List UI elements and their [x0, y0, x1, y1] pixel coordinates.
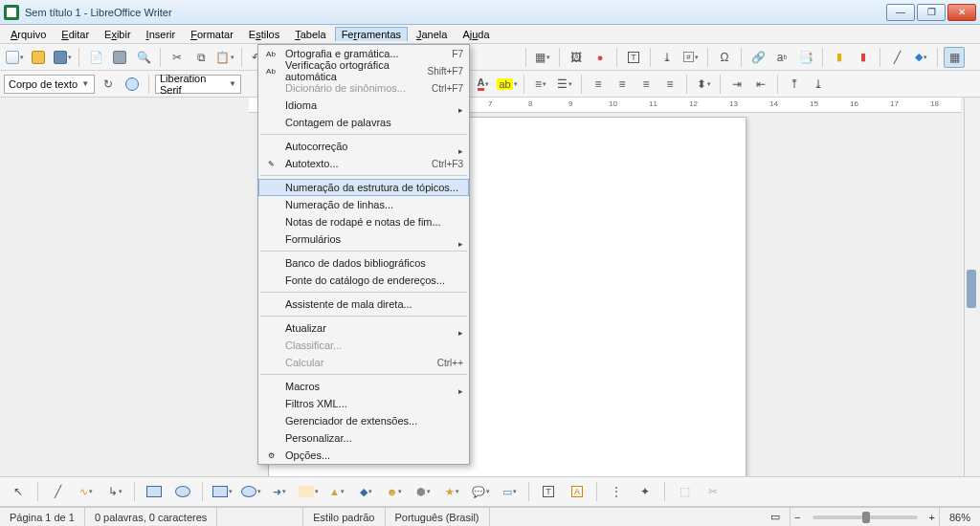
- callout-tool[interactable]: ▲: [324, 480, 349, 503]
- status-lang[interactable]: Português (Brasil): [386, 508, 490, 526]
- copy-button[interactable]: ⧉: [190, 47, 212, 68]
- print-preview-button[interactable]: 🔍: [133, 47, 154, 68]
- textbox-button[interactable]: T: [623, 47, 644, 68]
- new-style-button[interactable]: [122, 74, 143, 95]
- menu-item[interactable]: ✎Autotexto...Ctrl+F3: [258, 155, 469, 172]
- status-view-icon[interactable]: ▭: [761, 508, 791, 526]
- menu-item[interactable]: Idioma: [258, 97, 469, 114]
- paste-button[interactable]: 📋: [214, 47, 235, 68]
- flowchart-tool[interactable]: [296, 480, 321, 503]
- field-button[interactable]: #: [680, 47, 702, 68]
- menu-item[interactable]: Notas de rodapé e notas de fim...: [258, 213, 469, 230]
- print-button[interactable]: [109, 47, 130, 68]
- ellipse-tool[interactable]: [170, 480, 195, 503]
- track-changes-button[interactable]: ▮: [853, 47, 874, 68]
- footnote-button[interactable]: ab: [771, 47, 792, 68]
- line-button[interactable]: ╱: [886, 47, 907, 68]
- paragraph-style-combo[interactable]: Corpo de texto▼: [4, 75, 95, 94]
- comment-button[interactable]: ▮: [829, 47, 850, 68]
- fontwork-tool[interactable]: A: [565, 480, 590, 503]
- menu-item[interactable]: Personalizar...: [258, 429, 469, 447]
- curve-tool[interactable]: ∿: [74, 480, 99, 503]
- menu-item[interactable]: Autocorreção: [258, 138, 469, 155]
- align-right-button[interactable]: ≡: [635, 74, 657, 95]
- menu-item[interactable]: Gerenciador de extensões...: [258, 412, 469, 429]
- para-top-button[interactable]: ⤒: [784, 74, 805, 95]
- status-style[interactable]: Estilo padrão: [303, 508, 385, 526]
- rectangle-tool[interactable]: [142, 480, 167, 503]
- bullets-button[interactable]: ≡: [530, 74, 551, 95]
- zoom-slider[interactable]: [813, 515, 918, 519]
- menu-item[interactable]: ⚙Opções...: [258, 447, 469, 464]
- line-spacing-button[interactable]: ⬍: [693, 74, 714, 95]
- smiley-tool[interactable]: ☻: [382, 480, 407, 503]
- align-center-button[interactable]: ≡: [612, 74, 633, 95]
- crop-tool[interactable]: ✂: [701, 480, 725, 503]
- menu-item[interactable]: Formulários: [258, 230, 469, 248]
- special-char-button[interactable]: Ω: [714, 47, 735, 68]
- align-justify-button[interactable]: ≡: [659, 74, 680, 95]
- font-name-combo[interactable]: Liberation Serif▼: [155, 75, 241, 94]
- zoom-in-button[interactable]: +: [925, 512, 939, 523]
- table-button[interactable]: ▦: [532, 47, 553, 68]
- close-button[interactable]: ✕: [947, 4, 976, 21]
- export-pdf-button[interactable]: 📄: [85, 47, 106, 68]
- menu-item[interactable]: Filtros XML...: [258, 395, 469, 412]
- line-tool[interactable]: ╱: [45, 480, 70, 503]
- new-doc-button[interactable]: [4, 47, 25, 68]
- menu-ajuda[interactable]: Ajuda: [456, 27, 496, 42]
- menu-ferramentas[interactable]: Ferramentas: [335, 27, 408, 41]
- speech-tool[interactable]: 💬: [468, 480, 493, 503]
- star-shapes-tool[interactable]: ★: [439, 480, 464, 503]
- menu-item[interactable]: Banco de dados bibliográficos: [258, 254, 469, 272]
- menu-inserir[interactable]: Inserir: [140, 27, 183, 42]
- menu-item[interactable]: Numeração da estrutura de tópicos...: [258, 179, 469, 196]
- connector-tool[interactable]: ↳: [102, 480, 127, 503]
- decrease-indent-button[interactable]: ⇤: [750, 74, 771, 95]
- open-button[interactable]: [28, 47, 49, 68]
- status-page[interactable]: Página 1 de 1: [0, 508, 85, 526]
- menu-item[interactable]: Atualizar: [258, 319, 469, 337]
- menu-estilos[interactable]: Estilos: [242, 27, 286, 42]
- align-left-button[interactable]: ≡: [588, 74, 609, 95]
- para-bottom-button[interactable]: ⤓: [808, 74, 829, 95]
- status-words[interactable]: 0 palavras, 0 caracteres: [85, 508, 217, 526]
- glue-tool[interactable]: ✦: [633, 480, 657, 503]
- menu-janela[interactable]: Janela: [410, 27, 454, 42]
- chart-button[interactable]: ●: [590, 47, 611, 68]
- menu-editar[interactable]: Editar: [55, 27, 96, 42]
- cut-button[interactable]: ✂: [167, 47, 188, 68]
- menu-item[interactable]: Fonte do catálogo de endereços...: [258, 272, 469, 289]
- menu-item[interactable]: Assistente de mala direta...: [258, 296, 469, 313]
- symbol-shapes-tool[interactable]: [238, 480, 263, 503]
- highlight-button[interactable]: ab: [497, 74, 518, 95]
- points-tool[interactable]: ⋮: [604, 480, 629, 503]
- select-tool[interactable]: ↖: [6, 480, 31, 503]
- menu-tabela[interactable]: Tabela: [288, 27, 332, 42]
- grid-view-button[interactable]: ▦: [944, 47, 965, 68]
- shapes-button[interactable]: ◆: [910, 47, 931, 68]
- update-style-button[interactable]: ↻: [98, 74, 119, 95]
- extrusion-tool[interactable]: ⬚: [672, 480, 697, 503]
- increase-indent-button[interactable]: ⇥: [726, 74, 747, 95]
- image-button[interactable]: 🖼: [566, 47, 587, 68]
- zoom-value[interactable]: 86%: [939, 508, 980, 526]
- page-break-button[interactable]: ⤓: [657, 47, 678, 68]
- zoom-out-button[interactable]: −: [791, 508, 804, 526]
- menu-item[interactable]: AbVerificação ortográfica automáticaShif…: [258, 62, 469, 79]
- numbering-button[interactable]: ☰: [554, 74, 575, 95]
- menu-exibir[interactable]: Exibir: [98, 27, 138, 42]
- star-tool[interactable]: ◆: [353, 480, 378, 503]
- 3d-tool[interactable]: ⬢: [411, 480, 435, 503]
- basic-shapes-tool[interactable]: [210, 480, 234, 503]
- font-color-button[interactable]: A: [473, 74, 494, 95]
- textbox-tool[interactable]: T: [536, 480, 561, 503]
- vertical-scrollbar[interactable]: [964, 98, 978, 476]
- maximize-button[interactable]: ❐: [917, 4, 946, 21]
- hyperlink-button[interactable]: 🔗: [747, 47, 768, 68]
- menu-item[interactable]: Macros: [258, 378, 469, 395]
- menu-item[interactable]: Contagem de palavras: [258, 114, 469, 131]
- bookmark-button[interactable]: 📑: [795, 47, 816, 68]
- menu-arquivo[interactable]: Arquivo: [4, 27, 53, 42]
- menu-formatar[interactable]: Formatar: [184, 27, 240, 42]
